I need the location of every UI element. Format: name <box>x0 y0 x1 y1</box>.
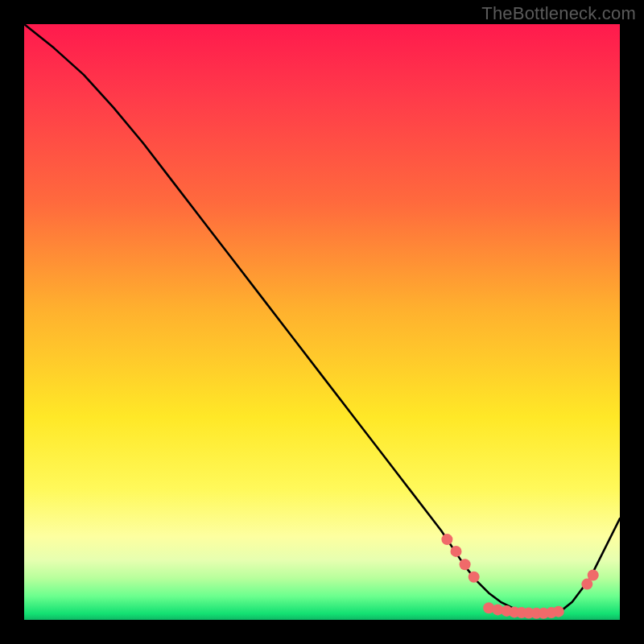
watermark-text: TheBottleneck.com <box>481 3 636 24</box>
data-marker <box>469 572 480 583</box>
marker-group <box>441 534 598 619</box>
data-marker <box>588 570 599 581</box>
chart-frame: TheBottleneck.com <box>0 0 644 644</box>
data-marker <box>460 559 471 570</box>
chart-svg <box>24 24 620 620</box>
data-marker <box>553 606 564 617</box>
data-marker <box>451 546 462 557</box>
bottleneck-curve <box>24 24 620 614</box>
data-marker <box>441 534 452 545</box>
plot-area <box>24 24 620 620</box>
